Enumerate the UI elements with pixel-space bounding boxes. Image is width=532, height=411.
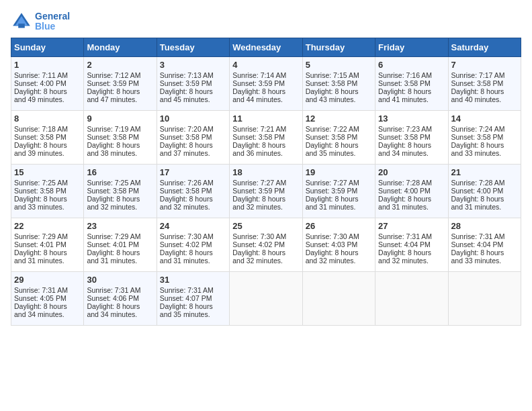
calendar-table: SundayMondayTuesdayWednesdayThursdayFrid…	[11, 38, 521, 326]
cell-info-line: Sunset: 3:58 PM	[451, 133, 518, 141]
calendar-cell	[302, 272, 375, 326]
cell-info-line: Sunrise: 7:31 AM	[451, 232, 518, 240]
cell-info-line: Daylight: 8 hours	[160, 141, 226, 149]
day-number: 14	[451, 113, 518, 124]
cell-info-line: Sunrise: 7:31 AM	[14, 286, 81, 294]
day-number: 16	[87, 167, 153, 177]
cell-info-line: Sunset: 4:07 PM	[160, 294, 226, 302]
day-number: 10	[160, 113, 226, 124]
calendar-cell: 14Sunrise: 7:24 AMSunset: 3:58 PMDayligh…	[448, 111, 521, 165]
cell-info-line: Sunrise: 7:28 AM	[451, 179, 518, 187]
cell-info-line: Daylight: 8 hours	[306, 87, 372, 95]
day-of-week-header: Wednesday	[230, 38, 302, 57]
cell-info-line: Sunset: 3:59 PM	[232, 187, 299, 195]
cell-info-line: Sunrise: 7:26 AM	[160, 179, 226, 187]
cell-info-line: Daylight: 8 hours	[451, 87, 518, 95]
day-number: 31	[160, 275, 226, 285]
calendar-cell	[230, 272, 302, 326]
day-number: 29	[14, 275, 81, 285]
cell-info-line: Daylight: 8 hours	[160, 302, 226, 310]
cell-info-line: Daylight: 8 hours	[14, 195, 81, 203]
cell-info-line: Sunrise: 7:25 AM	[14, 179, 81, 187]
cell-info-line: Sunset: 3:59 PM	[306, 187, 372, 195]
day-number: 9	[87, 113, 153, 124]
calendar-cell: 12Sunrise: 7:22 AMSunset: 3:58 PMDayligh…	[302, 111, 375, 165]
cell-info-line: Sunset: 4:01 PM	[14, 240, 81, 248]
cell-info-line: Sunrise: 7:30 AM	[160, 232, 226, 240]
cell-info-line: Sunrise: 7:15 AM	[306, 71, 372, 79]
day-of-week-header: Monday	[84, 38, 157, 57]
cell-info-line: Sunset: 3:59 PM	[232, 79, 299, 87]
cell-info-line: Sunset: 3:58 PM	[378, 133, 445, 141]
cell-info-line: Sunset: 4:02 PM	[232, 240, 299, 248]
cell-info-line: Daylight: 8 hours	[87, 195, 153, 203]
cell-info-line: Daylight: 8 hours	[451, 141, 518, 149]
cell-info-line: Sunset: 4:04 PM	[451, 240, 518, 248]
day-number: 4	[232, 60, 299, 70]
cell-info-line: Sunrise: 7:31 AM	[87, 286, 153, 294]
cell-info-line: Sunset: 3:58 PM	[87, 187, 153, 195]
cell-info-line: and 34 minutes.	[14, 310, 81, 318]
cell-info-line: Sunrise: 7:31 AM	[378, 232, 445, 240]
logo-icon	[11, 11, 32, 32]
cell-info-line: Sunrise: 7:20 AM	[160, 125, 226, 133]
day-number: 15	[14, 167, 81, 177]
cell-info-line: Daylight: 8 hours	[87, 248, 153, 257]
cell-info-line: and 36 minutes.	[232, 149, 299, 157]
cell-info-line: Daylight: 8 hours	[451, 195, 518, 203]
cell-info-line: and 35 minutes.	[306, 149, 372, 157]
day-of-week-header: Friday	[375, 38, 448, 57]
cell-info-line: and 34 minutes.	[87, 310, 153, 318]
calendar-cell: 29Sunrise: 7:31 AMSunset: 4:05 PMDayligh…	[11, 272, 84, 326]
cell-info-line: Daylight: 8 hours	[160, 195, 226, 203]
cell-info-line: Daylight: 8 hours	[14, 248, 81, 257]
cell-info-line: Daylight: 8 hours	[378, 248, 445, 257]
cell-info-line: Sunrise: 7:30 AM	[306, 232, 372, 240]
calendar-cell: 1Sunrise: 7:11 AMSunset: 4:00 PMDaylight…	[11, 57, 84, 111]
cell-info-line: Sunset: 3:59 PM	[87, 79, 153, 87]
calendar-cell: 4Sunrise: 7:14 AMSunset: 3:59 PMDaylight…	[230, 57, 302, 111]
calendar-cell: 15Sunrise: 7:25 AMSunset: 3:58 PMDayligh…	[11, 165, 84, 218]
cell-info-line: and 45 minutes.	[160, 95, 226, 103]
cell-info-line: Sunset: 4:05 PM	[14, 294, 81, 302]
day-of-week-header: Saturday	[448, 38, 521, 57]
cell-info-line: Daylight: 8 hours	[14, 302, 81, 310]
cell-info-line: Sunset: 4:01 PM	[87, 240, 153, 248]
day-number: 20	[378, 167, 445, 177]
cell-info-line: Daylight: 8 hours	[232, 141, 299, 149]
cell-info-line: and 44 minutes.	[232, 95, 299, 103]
logo: General Blue	[11, 11, 70, 32]
cell-info-line: Sunrise: 7:24 AM	[451, 125, 518, 133]
cell-info-line: and 31 minutes.	[87, 257, 153, 265]
cell-info-line: Daylight: 8 hours	[378, 87, 445, 95]
cell-info-line: and 32 minutes.	[306, 257, 372, 265]
calendar-cell: 10Sunrise: 7:20 AMSunset: 3:58 PMDayligh…	[157, 111, 229, 165]
cell-info-line: and 38 minutes.	[87, 149, 153, 157]
calendar-cell: 23Sunrise: 7:29 AMSunset: 4:01 PMDayligh…	[84, 218, 157, 272]
calendar-cell: 5Sunrise: 7:15 AMSunset: 3:58 PMDaylight…	[302, 57, 375, 111]
cell-info-line: Daylight: 8 hours	[306, 141, 372, 149]
logo-text: General Blue	[35, 11, 70, 32]
cell-info-line: Daylight: 8 hours	[306, 248, 372, 257]
cell-info-line: and 49 minutes.	[14, 95, 81, 103]
cell-info-line: Sunset: 3:58 PM	[160, 133, 226, 141]
cell-info-line: Sunrise: 7:21 AM	[232, 125, 299, 133]
cell-info-line: Sunset: 3:58 PM	[160, 187, 226, 195]
cell-info-line: Sunrise: 7:18 AM	[14, 125, 81, 133]
cell-info-line: Sunset: 3:58 PM	[14, 133, 81, 141]
day-of-week-header: Tuesday	[157, 38, 229, 57]
cell-info-line: Daylight: 8 hours	[232, 195, 299, 203]
cell-info-line: Daylight: 8 hours	[87, 141, 153, 149]
cell-info-line: Daylight: 8 hours	[378, 141, 445, 149]
cell-info-line: and 34 minutes.	[378, 149, 445, 157]
cell-info-line: Sunset: 4:04 PM	[378, 240, 445, 248]
day-number: 3	[160, 60, 226, 70]
day-number: 22	[14, 221, 81, 231]
calendar-cell: 7Sunrise: 7:17 AMSunset: 3:58 PMDaylight…	[448, 57, 521, 111]
day-of-week-header: Thursday	[302, 38, 375, 57]
day-number: 30	[87, 275, 153, 285]
cell-info-line: and 31 minutes.	[160, 257, 226, 265]
cell-info-line: Daylight: 8 hours	[87, 87, 153, 95]
cell-info-line: Sunset: 4:00 PM	[378, 187, 445, 195]
cell-info-line: Sunrise: 7:22 AM	[306, 125, 372, 133]
